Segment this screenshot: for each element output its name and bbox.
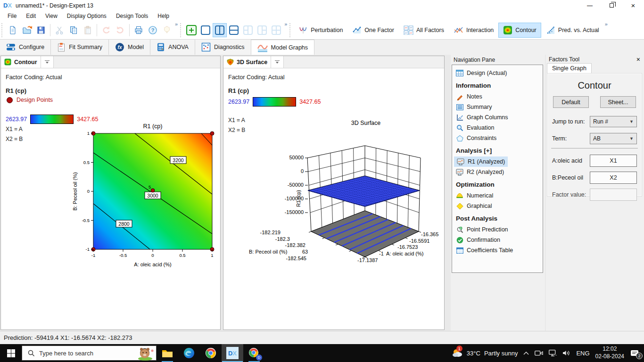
- weather-widget[interactable]: 1 33°C Partly sunny: [452, 348, 518, 358]
- minimize-button[interactable]: —: [579, 0, 601, 11]
- perturbation-button[interactable]: Perturbation: [294, 23, 347, 38]
- tab-diagnostics[interactable]: Diagnostics: [195, 40, 251, 55]
- nav-item-evaluation[interactable]: Evaluation: [452, 123, 543, 133]
- taskbar-design-expert[interactable]: DX: [222, 344, 243, 362]
- default-button[interactable]: Default: [553, 96, 589, 108]
- language-indicator[interactable]: ENG: [576, 350, 589, 357]
- nav-item-summary[interactable]: Summary: [452, 102, 543, 112]
- menu-file[interactable]: File: [3, 12, 21, 20]
- tab-model[interactable]: fx Model: [109, 40, 150, 55]
- file-explorer-icon: [162, 348, 173, 358]
- all-factors-button[interactable]: All Factors: [399, 23, 449, 38]
- close-button[interactable]: ×: [622, 0, 644, 11]
- tab-anova[interactable]: ANOVA: [150, 40, 195, 55]
- term-label: Term:: [552, 135, 567, 142]
- nav-item-graphical[interactable]: Graphical: [452, 201, 543, 211]
- two-panes-vertical-button[interactable]: [213, 23, 227, 37]
- redo-icon: [116, 25, 125, 35]
- factor-b-cell[interactable]: X2: [590, 172, 637, 184]
- show-hidden-icons-chevron[interactable]: [523, 351, 529, 355]
- all-factors-icon: [404, 25, 413, 35]
- interaction-button[interactable]: Interaction: [449, 23, 498, 38]
- subtab-3d-surface[interactable]: 3D Surface: [223, 56, 271, 68]
- help-icon: ?: [148, 25, 157, 35]
- taskbar-chrome[interactable]: [200, 344, 222, 362]
- menu-design-tools[interactable]: Design Tools: [111, 12, 153, 20]
- pred-vs-actual-button[interactable]: Pred. vs. Actual: [541, 23, 604, 38]
- pane-right-split-button[interactable]: [255, 23, 269, 37]
- nav-item-r2-analyzed[interactable]: R2 (Analyzed): [452, 167, 543, 177]
- notification-center[interactable]: 2: [630, 349, 639, 357]
- nav-item-coefficients-table[interactable]: Coefficients Table: [452, 245, 543, 255]
- one-pane-button[interactable]: [198, 23, 213, 37]
- taskbar-chrome-profile[interactable]: D: [243, 344, 265, 362]
- x1-assignment: X1 = A: [228, 117, 245, 123]
- factor-value-field[interactable]: [590, 189, 637, 201]
- term-select[interactable]: AB ▼: [590, 133, 637, 144]
- contour-chart[interactable]: R1 (cp) 2800 3000 3200: [71, 121, 222, 272]
- contour-tab-menu-button[interactable]: [41, 56, 54, 68]
- nav-item-design-actual[interactable]: Design (Actual): [452, 68, 543, 78]
- toolbar-grip[interactable]: [180, 23, 182, 37]
- nav-item-notes[interactable]: Notes: [452, 91, 543, 102]
- menu-help[interactable]: Help: [153, 12, 174, 20]
- restore-button[interactable]: [601, 0, 622, 11]
- open-button[interactable]: [20, 23, 34, 37]
- cut-scissors-icon: [55, 25, 64, 35]
- undo-button[interactable]: [99, 23, 113, 37]
- start-button[interactable]: [0, 344, 22, 362]
- nav-item-point-prediction[interactable]: Point Prediction: [452, 224, 543, 235]
- one-factor-button[interactable]: One Factor: [347, 23, 399, 38]
- tab-single-graph[interactable]: Single Graph: [547, 63, 592, 74]
- svg-text:0.5: 0.5: [83, 160, 90, 165]
- nav-item-r1-analyzed[interactable]: R1 (Analyzed): [454, 156, 508, 167]
- menu-edit[interactable]: Edit: [21, 12, 41, 20]
- tab-configure[interactable]: Configure: [0, 40, 51, 55]
- svg-text:-182.545: -182.545: [286, 255, 306, 261]
- menu-display-options[interactable]: Display Options: [62, 12, 111, 20]
- sheet-button[interactable]: Sheet...: [600, 96, 636, 108]
- tab-fit-summary[interactable]: Fit Summary: [51, 40, 109, 55]
- tab-model-graphs[interactable]: Model Graphs: [251, 40, 315, 55]
- nav-item-numerical[interactable]: Numerical: [452, 190, 543, 201]
- cut-button[interactable]: [52, 23, 66, 37]
- toolbar-grip[interactable]: [289, 23, 291, 37]
- toolbar-overflow-button[interactable]: »: [605, 21, 608, 27]
- add-graph-button[interactable]: [184, 23, 198, 37]
- factor-a-cell[interactable]: X1: [590, 155, 637, 167]
- nav-item-graph-columns[interactable]: Graph Columns: [452, 112, 543, 123]
- subtab-contour[interactable]: Contour: [1, 56, 41, 68]
- jump-to-run-select[interactable]: Run # ▼: [590, 116, 637, 127]
- nav-item-constraints[interactable]: Constraints: [452, 133, 543, 143]
- paste-button[interactable]: [81, 23, 95, 37]
- svg-text:3200: 3200: [173, 157, 184, 163]
- copy-button[interactable]: [66, 23, 81, 37]
- redo-button[interactable]: [113, 23, 127, 37]
- contour-title: R1 (cp): [143, 123, 163, 130]
- taskbar-file-explorer[interactable]: [157, 344, 178, 362]
- close-icon[interactable]: ×: [636, 56, 640, 63]
- pane-left-split-button[interactable]: [241, 23, 255, 37]
- meet-now-icon[interactable]: [535, 350, 543, 356]
- tip-of-day-button[interactable]: [160, 23, 174, 37]
- surface3d-chart[interactable]: 3D Surface: [243, 116, 461, 282]
- print-button[interactable]: [132, 23, 146, 37]
- toolbar-grip[interactable]: [1, 23, 3, 37]
- surface-tab-menu-button[interactable]: [271, 56, 284, 68]
- toolbar-overflow-button[interactable]: »: [284, 21, 287, 27]
- network-icon[interactable]: [549, 350, 557, 356]
- help-button[interactable]: ?: [146, 23, 160, 37]
- save-button[interactable]: [34, 23, 48, 37]
- new-document-button[interactable]: [6, 23, 20, 37]
- pred-vs-actual-label: Pred. vs. Actual: [558, 27, 599, 33]
- contour-button[interactable]: Contour: [498, 23, 541, 38]
- toolbar-overflow-button[interactable]: »: [175, 21, 178, 27]
- two-panes-horizontal-button[interactable]: [227, 23, 241, 37]
- taskbar-edge[interactable]: [178, 344, 200, 362]
- speaker-icon[interactable]: [562, 350, 570, 356]
- four-pane-grid-button[interactable]: [269, 23, 283, 37]
- search-input[interactable]: Type here to search: [22, 346, 157, 361]
- nav-item-confirmation[interactable]: Confirmation: [452, 235, 543, 245]
- clock[interactable]: 12:02 02-08-2024: [595, 346, 624, 360]
- menu-view[interactable]: View: [41, 12, 62, 20]
